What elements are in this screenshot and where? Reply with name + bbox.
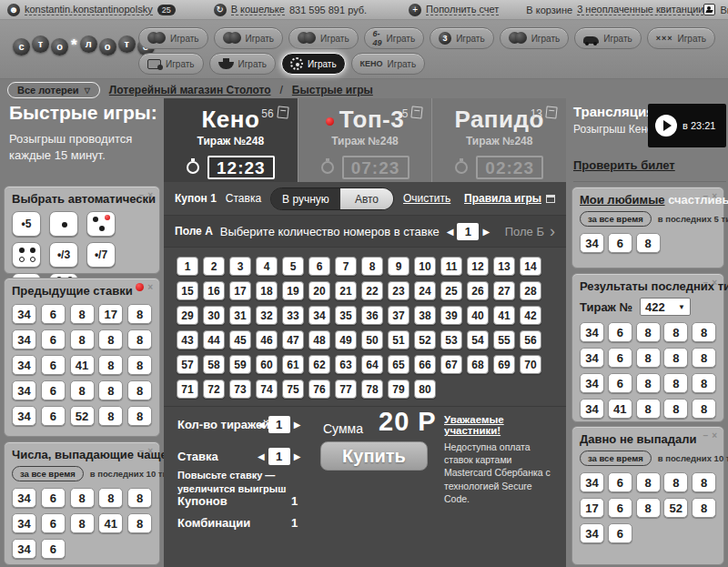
overdue-number[interactable]: 6	[608, 523, 632, 543]
auto-pick-die[interactable]: •/7	[86, 242, 116, 268]
user-name[interactable]: konstantin.konstantinopolsky	[25, 4, 153, 15]
keno-number-cell[interactable]: 77	[335, 380, 357, 399]
previous-bet-number[interactable]: 8	[98, 355, 123, 375]
keno-number-cell[interactable]: 61	[282, 355, 304, 374]
close-icon[interactable]: ×	[147, 190, 153, 200]
previous-bet-number[interactable]: 41	[70, 355, 95, 375]
keno-number-cell[interactable]: 6	[308, 257, 330, 276]
keno-number-cell[interactable]: 65	[388, 355, 410, 374]
overdue-number[interactable]: 6	[608, 472, 632, 492]
tab-all-time[interactable]: за все время	[580, 211, 652, 227]
favorites-tab-my[interactable]: Мои любимые	[580, 193, 665, 207]
stoloto-logo[interactable]: сто*лото	[13, 36, 155, 55]
clear-button[interactable]: Очистить	[403, 192, 450, 205]
logout-button[interactable]: Выход	[703, 4, 728, 15]
keno-number-cell[interactable]: 18	[256, 281, 278, 300]
game-button-3[interactable]: Играть	[288, 27, 359, 49]
previous-bet-number[interactable]: 34	[12, 406, 36, 426]
keno-number-cell[interactable]: 11	[440, 257, 462, 276]
keno-number-cell[interactable]: 72	[203, 380, 225, 399]
tab-keno[interactable]: 56 Кено Тираж №248 12:23	[164, 98, 298, 182]
keno-number-cell[interactable]: 9	[388, 257, 410, 276]
keno-number-cell[interactable]: 80	[414, 380, 436, 399]
keno-number-cell[interactable]: 63	[335, 355, 357, 374]
bet-size-value[interactable]: 1	[268, 448, 290, 465]
minimize-icon[interactable]: –	[139, 190, 145, 200]
previous-bet-number[interactable]: 8	[70, 329, 95, 349]
keno-number-cell[interactable]: 47	[282, 330, 304, 349]
previous-bet-number[interactable]: 34	[12, 355, 36, 375]
tab-top3[interactable]: 5 Топ-3 Тираж №248 07:23	[298, 98, 432, 182]
cart-count-link[interactable]: 3 неоплаченные квитанции	[577, 4, 703, 15]
keno-number-cell[interactable]: 30	[203, 306, 225, 325]
frequent-number[interactable]: 34	[12, 513, 36, 533]
keno-number-cell[interactable]: 35	[335, 306, 357, 325]
frequent-number[interactable]: 6	[41, 488, 66, 508]
game-button-money[interactable]: Играть	[138, 53, 204, 75]
user-menu[interactable]: ☻ konstantin.konstantinopolsky 25	[7, 4, 176, 16]
auto-pick-die[interactable]	[86, 211, 116, 237]
frequent-number[interactable]: 34	[12, 539, 36, 559]
favorite-number[interactable]: 8	[636, 233, 661, 253]
keno-number-cell[interactable]: 22	[361, 281, 383, 300]
keno-number-cell[interactable]: 26	[467, 281, 489, 300]
keno-number-cell[interactable]: 28	[520, 281, 541, 300]
keno-number-cell[interactable]: 15	[177, 281, 198, 300]
keno-number-cell[interactable]: 27	[493, 281, 515, 300]
previous-bet-number[interactable]: 8	[70, 380, 95, 400]
previous-bet-number[interactable]: 8	[127, 304, 152, 324]
keno-number-cell[interactable]: 10	[414, 257, 436, 276]
keno-number-cell[interactable]: 33	[282, 306, 304, 325]
minimize-icon[interactable]: –	[703, 191, 709, 201]
game-button-6[interactable]: Играть	[500, 27, 570, 49]
keno-number-cell[interactable]: 12	[467, 257, 489, 276]
increment-arrow-icon[interactable]: ▶	[294, 420, 301, 430]
keno-number-cell[interactable]: 67	[440, 355, 462, 374]
decrement-arrow-icon[interactable]: ◀	[258, 420, 265, 430]
game-button-keno-text[interactable]: КЕНОИграть	[351, 53, 426, 75]
keno-number-cell[interactable]: 76	[308, 380, 330, 399]
frequent-number[interactable]: 34	[12, 488, 36, 508]
wallet[interactable]: ↻ В кошельке 831 595 891 руб.	[214, 4, 367, 16]
keno-number-cell[interactable]: 1	[177, 257, 198, 276]
game-button-1[interactable]: Играть	[138, 27, 208, 49]
breadcrumb-shop-link[interactable]: Лотерейный магазин Столото	[109, 84, 271, 96]
game-button-car[interactable]: Играть	[574, 27, 642, 49]
previous-bet-number[interactable]: 8	[127, 406, 152, 426]
previous-bet-number[interactable]: 6	[41, 406, 66, 426]
frequent-number[interactable]: 8	[127, 513, 152, 533]
keno-number-cell[interactable]: 50	[361, 330, 383, 349]
favorite-number[interactable]: 6	[608, 233, 632, 253]
keno-number-cell[interactable]: 39	[440, 306, 462, 325]
tab-all-time[interactable]: за все время	[580, 451, 652, 466]
keno-number-cell[interactable]: 8	[361, 257, 383, 276]
keno-number-cell[interactable]: 42	[520, 306, 541, 325]
favorite-number[interactable]: 34	[580, 233, 604, 253]
keno-number-cell[interactable]: 45	[229, 330, 251, 349]
keno-number-cell[interactable]: 58	[203, 355, 225, 374]
frequent-number[interactable]: 8	[70, 513, 95, 533]
game-button-6-49[interactable]: 6-49Играть	[364, 27, 425, 49]
keno-number-cell[interactable]: 55	[493, 330, 515, 349]
cart-link[interactable]: В корзине 3 неоплаченные квитанции	[526, 4, 703, 15]
keno-number-cell[interactable]: 19	[282, 281, 304, 300]
previous-bet-number[interactable]: 8	[127, 329, 152, 349]
minimize-icon[interactable]: –	[703, 430, 709, 440]
previous-bet-number[interactable]: 8	[127, 380, 152, 400]
keno-number-cell[interactable]: 79	[388, 380, 410, 399]
keno-number-cell[interactable]: 75	[282, 380, 304, 399]
keno-number-cell[interactable]: 70	[520, 355, 541, 374]
keno-number-cell[interactable]: 44	[203, 330, 225, 349]
keno-number-cell[interactable]: 5	[282, 257, 304, 276]
previous-bet-number[interactable]: 34	[12, 304, 36, 324]
draws-count-value[interactable]: 1	[268, 416, 290, 433]
game-button-3ball[interactable]: 3Играть	[430, 27, 494, 49]
keno-number-cell[interactable]: 66	[414, 355, 436, 374]
previous-bet-number[interactable]: 8	[127, 355, 152, 375]
keno-number-cell[interactable]: 49	[335, 330, 357, 349]
keno-number-cell[interactable]: 32	[256, 306, 278, 325]
keno-number-cell[interactable]: 23	[388, 281, 410, 300]
keno-number-cell[interactable]: 31	[229, 306, 251, 325]
all-lotteries-dropdown[interactable]: Все лотереи ▽	[7, 82, 100, 98]
auto-pick-die[interactable]: •/3	[49, 242, 78, 268]
